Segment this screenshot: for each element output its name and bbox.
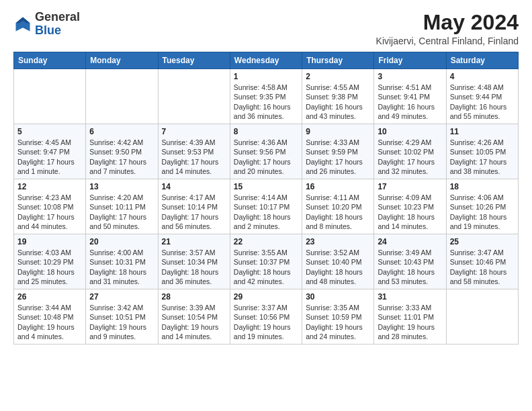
day-number: 29 <box>234 292 298 302</box>
logo-text: General Blue <box>35 11 80 38</box>
month-year: May 2024 <box>376 11 519 34</box>
day-info: Sunrise: 3:42 AM Sunset: 10:51 PM Daylig… <box>89 303 154 341</box>
day-number: 30 <box>306 292 370 302</box>
day-info: Sunrise: 4:42 AM Sunset: 9:50 PM Dayligh… <box>89 138 154 176</box>
day-number: 22 <box>234 237 298 246</box>
day-cell: 30Sunrise: 3:35 AM Sunset: 10:59 PM Dayl… <box>302 289 374 345</box>
day-info: Sunrise: 4:17 AM Sunset: 10:14 PM Daylig… <box>162 193 226 231</box>
week-row-3: 19Sunrise: 4:03 AM Sunset: 10:29 PM Dayl… <box>14 234 519 289</box>
day-cell <box>86 69 158 124</box>
day-cell: 29Sunrise: 3:37 AM Sunset: 10:56 PM Dayl… <box>230 289 302 345</box>
day-info: Sunrise: 4:00 AM Sunset: 10:31 PM Daylig… <box>89 248 154 286</box>
day-cell: 13Sunrise: 4:20 AM Sunset: 10:11 PM Dayl… <box>86 179 158 234</box>
col-saturday: Saturday <box>446 52 518 69</box>
day-cell: 28Sunrise: 3:39 AM Sunset: 10:54 PM Dayl… <box>158 289 230 345</box>
logo-icon <box>13 15 32 34</box>
day-number: 7 <box>162 127 226 136</box>
day-number: 28 <box>162 292 226 302</box>
day-info: Sunrise: 3:35 AM Sunset: 10:59 PM Daylig… <box>306 303 370 341</box>
col-thursday: Thursday <box>302 52 374 69</box>
day-info: Sunrise: 4:20 AM Sunset: 10:11 PM Daylig… <box>89 193 154 231</box>
day-info: Sunrise: 3:52 AM Sunset: 10:40 PM Daylig… <box>306 248 370 286</box>
day-cell <box>14 69 86 124</box>
week-row-1: 5Sunrise: 4:45 AM Sunset: 9:47 PM Daylig… <box>14 124 519 179</box>
week-row-2: 12Sunrise: 4:23 AM Sunset: 10:08 PM Dayl… <box>14 179 519 234</box>
day-number: 21 <box>162 237 226 246</box>
day-number: 14 <box>162 182 226 191</box>
day-cell: 3Sunrise: 4:51 AM Sunset: 9:41 PM Daylig… <box>374 69 446 124</box>
day-cell: 17Sunrise: 4:09 AM Sunset: 10:23 PM Dayl… <box>374 179 446 234</box>
day-info: Sunrise: 4:36 AM Sunset: 9:56 PM Dayligh… <box>234 138 298 176</box>
day-info: Sunrise: 3:47 AM Sunset: 10:46 PM Daylig… <box>450 248 515 286</box>
day-cell <box>158 69 230 124</box>
day-info: Sunrise: 4:14 AM Sunset: 10:17 PM Daylig… <box>234 193 298 231</box>
day-cell: 5Sunrise: 4:45 AM Sunset: 9:47 PM Daylig… <box>14 124 86 179</box>
day-number: 26 <box>17 292 82 302</box>
day-cell: 9Sunrise: 4:33 AM Sunset: 9:59 PM Daylig… <box>302 124 374 179</box>
day-cell: 27Sunrise: 3:42 AM Sunset: 10:51 PM Dayl… <box>86 289 158 345</box>
page: General Blue May 2024 Kivijaervi, Centra… <box>0 0 532 411</box>
day-cell: 7Sunrise: 4:39 AM Sunset: 9:53 PM Daylig… <box>158 124 230 179</box>
day-info: Sunrise: 4:09 AM Sunset: 10:23 PM Daylig… <box>378 193 442 231</box>
day-number: 2 <box>306 72 370 81</box>
day-number: 10 <box>378 127 442 136</box>
col-tuesday: Tuesday <box>158 52 230 69</box>
day-cell <box>446 289 518 345</box>
day-info: Sunrise: 4:39 AM Sunset: 9:53 PM Dayligh… <box>162 138 226 176</box>
day-info: Sunrise: 3:37 AM Sunset: 10:56 PM Daylig… <box>234 303 298 341</box>
day-info: Sunrise: 4:06 AM Sunset: 10:26 PM Daylig… <box>450 193 515 231</box>
day-number: 17 <box>378 182 442 191</box>
col-wednesday: Wednesday <box>230 52 302 69</box>
day-info: Sunrise: 3:55 AM Sunset: 10:37 PM Daylig… <box>234 248 298 286</box>
day-cell: 25Sunrise: 3:47 AM Sunset: 10:46 PM Dayl… <box>446 234 518 289</box>
day-cell: 11Sunrise: 4:26 AM Sunset: 10:05 PM Dayl… <box>446 124 518 179</box>
day-number: 24 <box>378 237 442 246</box>
col-monday: Monday <box>86 52 158 69</box>
day-cell: 14Sunrise: 4:17 AM Sunset: 10:14 PM Dayl… <box>158 179 230 234</box>
day-info: Sunrise: 4:29 AM Sunset: 10:02 PM Daylig… <box>378 138 442 176</box>
day-info: Sunrise: 4:55 AM Sunset: 9:38 PM Dayligh… <box>306 83 370 121</box>
logo-general: General <box>35 10 80 24</box>
day-cell: 23Sunrise: 3:52 AM Sunset: 10:40 PM Dayl… <box>302 234 374 289</box>
day-info: Sunrise: 4:03 AM Sunset: 10:29 PM Daylig… <box>17 248 82 286</box>
day-number: 8 <box>234 127 298 136</box>
day-number: 19 <box>17 237 82 246</box>
day-cell: 20Sunrise: 4:00 AM Sunset: 10:31 PM Dayl… <box>86 234 158 289</box>
day-cell: 10Sunrise: 4:29 AM Sunset: 10:02 PM Dayl… <box>374 124 446 179</box>
logo: General Blue <box>13 11 80 38</box>
day-cell: 18Sunrise: 4:06 AM Sunset: 10:26 PM Dayl… <box>446 179 518 234</box>
col-friday: Friday <box>374 52 446 69</box>
day-cell: 24Sunrise: 3:49 AM Sunset: 10:43 PM Dayl… <box>374 234 446 289</box>
day-cell: 21Sunrise: 3:57 AM Sunset: 10:34 PM Dayl… <box>158 234 230 289</box>
day-number: 4 <box>450 72 515 81</box>
day-cell: 31Sunrise: 3:33 AM Sunset: 11:01 PM Dayl… <box>374 289 446 345</box>
header: General Blue May 2024 Kivijaervi, Centra… <box>13 11 519 46</box>
day-number: 11 <box>450 127 515 136</box>
day-info: Sunrise: 4:51 AM Sunset: 9:41 PM Dayligh… <box>378 83 442 121</box>
day-cell: 12Sunrise: 4:23 AM Sunset: 10:08 PM Dayl… <box>14 179 86 234</box>
day-number: 15 <box>234 182 298 191</box>
day-info: Sunrise: 3:49 AM Sunset: 10:43 PM Daylig… <box>378 248 442 286</box>
day-cell: 15Sunrise: 4:14 AM Sunset: 10:17 PM Dayl… <box>230 179 302 234</box>
day-cell: 1Sunrise: 4:58 AM Sunset: 9:35 PM Daylig… <box>230 69 302 124</box>
day-info: Sunrise: 4:45 AM Sunset: 9:47 PM Dayligh… <box>17 138 82 176</box>
day-number: 20 <box>89 237 154 246</box>
day-number: 1 <box>234 72 298 81</box>
day-cell: 19Sunrise: 4:03 AM Sunset: 10:29 PM Dayl… <box>14 234 86 289</box>
day-number: 27 <box>89 292 154 302</box>
week-row-4: 26Sunrise: 3:44 AM Sunset: 10:48 PM Dayl… <box>14 289 519 345</box>
day-number: 6 <box>89 127 154 136</box>
day-cell: 22Sunrise: 3:55 AM Sunset: 10:37 PM Dayl… <box>230 234 302 289</box>
day-info: Sunrise: 3:33 AM Sunset: 11:01 PM Daylig… <box>378 303 442 341</box>
day-number: 9 <box>306 127 370 136</box>
calendar-header-row: Sunday Monday Tuesday Wednesday Thursday… <box>14 52 519 69</box>
day-cell: 6Sunrise: 4:42 AM Sunset: 9:50 PM Daylig… <box>86 124 158 179</box>
day-number: 23 <box>306 237 370 246</box>
day-info: Sunrise: 4:23 AM Sunset: 10:08 PM Daylig… <box>17 193 82 231</box>
title-block: May 2024 Kivijaervi, Central Finland, Fi… <box>376 11 519 46</box>
day-number: 3 <box>378 72 442 81</box>
day-info: Sunrise: 4:33 AM Sunset: 9:59 PM Dayligh… <box>306 138 370 176</box>
day-number: 12 <box>17 182 82 191</box>
day-info: Sunrise: 3:44 AM Sunset: 10:48 PM Daylig… <box>17 303 82 341</box>
day-cell: 8Sunrise: 4:36 AM Sunset: 9:56 PM Daylig… <box>230 124 302 179</box>
